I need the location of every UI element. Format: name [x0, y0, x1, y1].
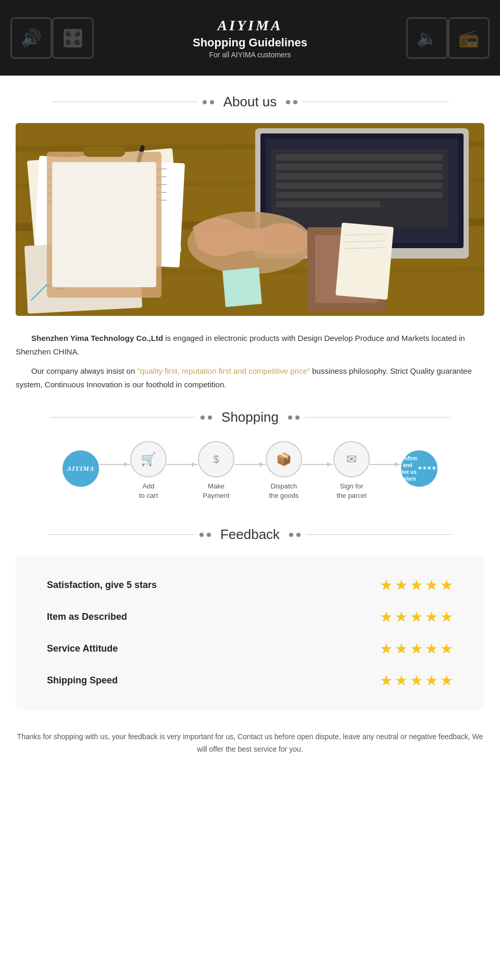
flow-step-dispatch: 📦 Dispatchthe goods: [266, 441, 302, 500]
flow-circle-confirm: Confirm andgive us 5 stars ★★★ ★★: [401, 450, 438, 487]
shopping-flow: AIYIMA 🛒 Addto cart $ MakePayment 📦 Disp…: [16, 441, 484, 500]
star-2: ★: [395, 608, 408, 626]
header-subtitle: For all AIYIMA customers: [193, 51, 307, 59]
bg-icon-1: 🔊: [10, 17, 52, 59]
flow-step-confirm: Confirm andgive us 5 stars ★★★ ★★: [401, 450, 438, 491]
flow-circle-payment: $: [198, 441, 234, 477]
company-name: Shenzhen Yima Technology Co.,Ltd: [31, 334, 163, 342]
svg-rect-11: [276, 173, 443, 179]
dot: [288, 415, 292, 420]
dot: [210, 100, 214, 104]
feedback-row-service: Service Attitude ★ ★ ★ ★ ★: [47, 640, 453, 657]
dot: [296, 533, 301, 537]
feedback-stars-shipping: ★ ★ ★ ★ ★: [380, 672, 453, 689]
svg-rect-9: [276, 154, 443, 161]
feedback-row-described: Item as Described ★ ★ ★ ★ ★: [47, 608, 453, 626]
section-line-left: [48, 534, 194, 535]
flow-step-brand: AIYIMA: [63, 450, 99, 491]
flow-label-dispatch: Dispatchthe goods: [269, 482, 298, 500]
dot: [207, 533, 211, 537]
star-4: ★: [425, 577, 438, 594]
dot: [199, 533, 204, 537]
flow-arrow-1: [99, 464, 130, 465]
flow-label-sign: Sign forthe parcel: [336, 482, 366, 500]
star-5: ★: [440, 672, 453, 689]
feedback-label-shipping: Shipping Speed: [47, 675, 161, 686]
header: 🔊 🎛️ 🔈 📻 AIYIMA Shopping Guidelines For …: [0, 0, 500, 76]
star-1: ★: [380, 608, 393, 626]
star-4: ★: [425, 608, 438, 626]
star-2: ★: [395, 577, 408, 594]
flow-circle-brand: AIYIMA: [63, 450, 99, 487]
section-dots-left: [199, 533, 211, 537]
flow-circle-dispatch: 📦: [266, 441, 302, 477]
about-section-header: About us: [0, 94, 500, 110]
section-line-left: [49, 417, 195, 418]
section-dots-right: [288, 415, 299, 420]
feedback-stars-service: ★ ★ ★ ★ ★: [380, 640, 453, 657]
star-5: ★: [440, 640, 453, 657]
svg-rect-14: [276, 201, 380, 207]
about-image: [16, 123, 484, 316]
dot: [295, 415, 299, 420]
highlight-text: "quality first, reputation first and com…: [137, 366, 310, 375]
star-3: ★: [410, 672, 423, 689]
flow-label-payment: MakePayment: [203, 482, 229, 500]
flow-circle-cart: 🛒: [130, 441, 167, 477]
svg-rect-28: [222, 267, 262, 307]
flow-step-payment: $ MakePayment: [198, 441, 234, 500]
section-line-right: [305, 417, 451, 418]
dot: [203, 100, 207, 104]
star-1: ★: [380, 672, 393, 689]
feedback-stars-described: ★ ★ ★ ★ ★: [380, 608, 453, 626]
shopping-title: Shopping: [221, 409, 279, 425]
svg-rect-25: [83, 146, 125, 157]
flow-step-cart: 🛒 Addto cart: [130, 441, 167, 500]
feedback-label-satisfaction: Satisfaction, give 5 stars: [47, 580, 161, 591]
feedback-label-service: Service Attitude: [47, 643, 161, 654]
section-line-right: [306, 534, 452, 535]
footer-text: Thanks for shopping with us, your feedba…: [16, 731, 484, 756]
star-5: ★: [440, 577, 453, 594]
dot: [286, 100, 290, 104]
flow-arrow-3: [234, 464, 266, 465]
star-4: ★: [425, 640, 438, 657]
flow-circle-sign: ✉: [333, 441, 370, 477]
dot: [201, 415, 205, 420]
star-5: ★: [440, 608, 453, 626]
section-dots-right: [286, 100, 297, 104]
bg-icon-2: 🎛️: [52, 17, 94, 59]
flow-step-sign: ✉ Sign forthe parcel: [333, 441, 370, 500]
svg-rect-12: [276, 182, 443, 189]
svg-rect-10: [276, 164, 443, 170]
feedback-card: Satisfaction, give 5 stars ★ ★ ★ ★ ★ Ite…: [16, 556, 484, 710]
star-3: ★: [410, 608, 423, 626]
section-line-right: [303, 102, 448, 102]
section-dots-left: [201, 415, 212, 420]
header-content: AIYIMA Shopping Guidelines For all AIYIM…: [193, 17, 307, 59]
feedback-label-described: Item as Described: [47, 611, 161, 622]
star-2: ★: [395, 640, 408, 657]
star-1: ★: [380, 640, 393, 657]
bg-icon-4: 📻: [448, 17, 490, 59]
brand-logo: AIYIMA: [193, 17, 307, 34]
section-line-left: [52, 102, 197, 102]
about-title: About us: [223, 94, 277, 110]
star-2: ★: [395, 672, 408, 689]
dot: [208, 415, 212, 420]
shopping-section-header: Shopping: [0, 409, 500, 425]
star-4: ★: [425, 672, 438, 689]
company-text-2: Our company always insist on: [31, 366, 137, 375]
flow-arrow-4: [302, 464, 333, 465]
star-3: ★: [410, 577, 423, 594]
feedback-row-satisfaction: Satisfaction, give 5 stars ★ ★ ★ ★ ★: [47, 577, 453, 594]
star-1: ★: [380, 577, 393, 594]
feedback-stars-satisfaction: ★ ★ ★ ★ ★: [380, 577, 453, 594]
header-title: Shopping Guidelines: [193, 36, 307, 50]
dot: [289, 533, 293, 537]
flow-label-cart: Addto cart: [139, 482, 158, 500]
svg-rect-26: [52, 162, 156, 287]
feedback-row-shipping: Shipping Speed ★ ★ ★ ★ ★: [47, 672, 453, 689]
about-text-block: Shenzhen Yima Technology Co.,Ltd is enga…: [16, 332, 484, 391]
feedback-section-header: Feedback: [0, 526, 500, 543]
